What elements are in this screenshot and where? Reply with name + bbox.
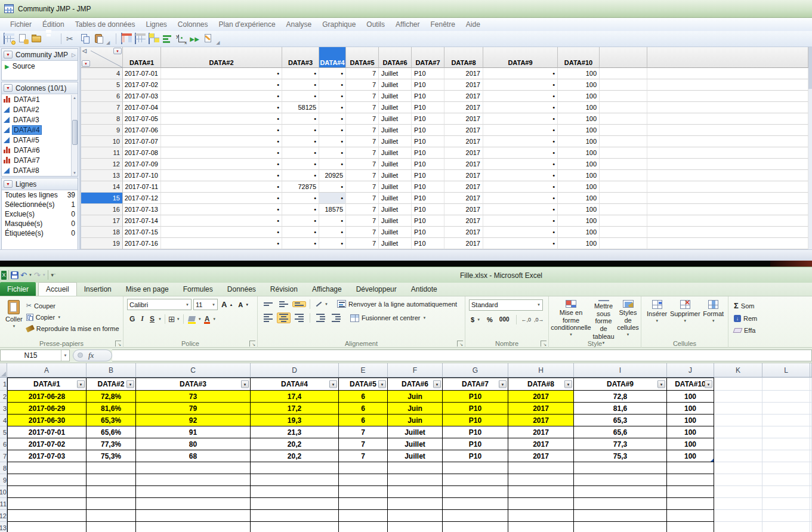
jmp-cell[interactable]: • <box>319 68 346 79</box>
font-size-combo[interactable]: 11▼ <box>193 299 218 310</box>
sheet-cell-empty[interactable] <box>136 498 251 510</box>
jmp-cell[interactable]: P10 <box>412 91 444 102</box>
paste-icon[interactable] <box>94 33 105 44</box>
columns-panel-header[interactable]: ▼ Colonnes (10/1) <box>2 82 78 94</box>
menu-aide[interactable]: Aide <box>461 18 486 30</box>
sheet-cell-empty[interactable] <box>87 474 136 486</box>
sheet-cell[interactable]: 6 <box>339 391 388 403</box>
jmp-cell[interactable]: 2017-07-03 <box>123 91 161 102</box>
sheet-cell-empty[interactable] <box>714 522 762 532</box>
menu-afficher[interactable]: Afficher <box>390 18 425 30</box>
sheet-cell-empty[interactable] <box>87 462 136 474</box>
jmp-titlebar[interactable]: Community JMP - JMP <box>0 0 812 18</box>
jmp-cell[interactable]: • <box>319 147 346 159</box>
sheet-cell-empty[interactable] <box>762 522 810 532</box>
row-number[interactable]: 7 <box>0 450 7 462</box>
align-bottom-button[interactable] <box>292 301 306 307</box>
jmp-row-number[interactable]: 7 <box>81 102 123 113</box>
sheet-cell[interactable]: 100 <box>667 438 714 450</box>
sheet-cell-empty[interactable] <box>574 486 667 498</box>
tab-insertion[interactable]: Insertion <box>77 282 119 296</box>
dialog-launcher-icon[interactable]: ↘ <box>457 341 463 347</box>
join-tables-icon[interactable]: ▶▶ <box>190 33 201 44</box>
jmp-cell[interactable]: • <box>282 113 319 125</box>
sheet-cell-empty[interactable] <box>762 474 810 486</box>
jmp-column-header[interactable]: DATA#6 <box>379 47 412 68</box>
sheet-cell[interactable]: 7 <box>339 426 388 438</box>
jmp-cell[interactable]: • <box>282 147 319 159</box>
sheet-cell-empty[interactable] <box>7 510 87 522</box>
sheet-cell-empty[interactable] <box>574 510 667 522</box>
jmp-cell[interactable]: • <box>161 79 282 91</box>
sheet-cell-empty[interactable] <box>508 462 574 474</box>
jmp-empty-cell[interactable] <box>647 68 808 79</box>
jmp-cell[interactable]: 2017 <box>444 147 483 159</box>
jmp-cell[interactable]: • <box>319 79 346 91</box>
jmp-cell[interactable]: • <box>483 215 558 227</box>
menu-fen-tre[interactable]: Fenêtre <box>425 18 460 30</box>
sheet-cell-empty[interactable] <box>388 510 443 522</box>
sheet-cell[interactable]: 75,3% <box>87 450 136 462</box>
sheet-cell[interactable]: 17,4 <box>251 391 339 403</box>
jmp-cell[interactable]: • <box>161 170 282 181</box>
jmp-cell[interactable]: 7 <box>346 91 379 102</box>
undo-icon[interactable]: ↶ <box>20 271 27 279</box>
jmp-cell[interactable]: Juillet <box>379 68 412 79</box>
jmp-row-number[interactable]: 6 <box>81 91 123 102</box>
sheet-cell[interactable]: 65,3 <box>574 415 667 426</box>
sheet-cell[interactable]: 2017 <box>508 426 574 438</box>
sheet-cell-empty[interactable] <box>87 498 136 510</box>
jmp-cell[interactable]: • <box>161 68 282 79</box>
sheet-cell[interactable]: 2017-07-03 <box>7 450 87 462</box>
red-triangle-menu-icon[interactable]: ▼ <box>4 180 13 188</box>
sheet-cell[interactable]: 80 <box>136 438 251 450</box>
jmp-cell[interactable]: 100 <box>558 136 600 147</box>
sheet-cell-empty[interactable] <box>762 403 810 415</box>
sheet-cell-empty[interactable] <box>7 498 87 510</box>
delete-cells-button[interactable]: ✕ Supprimer▼ <box>669 299 701 338</box>
merge-center-button[interactable]: Fusionner et centrer▼ <box>348 313 428 323</box>
jmp-cell[interactable]: Juillet <box>379 215 412 227</box>
sheet-cell[interactable]: 100 <box>667 391 714 403</box>
cut-icon[interactable]: ✂ <box>66 33 78 44</box>
jmp-cell[interactable]: • <box>282 136 319 147</box>
underline-button[interactable]: S <box>147 314 157 324</box>
sheet-cell[interactable]: 100 <box>667 450 714 462</box>
jmp-column-header[interactable] <box>647 47 808 68</box>
jmp-empty-cell[interactable] <box>647 170 808 181</box>
redo-dropdown-icon[interactable]: ▼ <box>42 273 46 277</box>
sheet-cell[interactable]: 2017-07-01 <box>7 426 87 438</box>
jmp-column-header[interactable]: DATA#2 <box>161 47 282 68</box>
sheet-cell[interactable]: P10 <box>443 391 508 403</box>
jmp-cell[interactable]: • <box>282 238 319 249</box>
autosum-button[interactable]: ΣSom <box>732 300 810 311</box>
sheet-cell-empty[interactable] <box>443 510 508 522</box>
sheet-cell-empty[interactable] <box>762 462 810 474</box>
jmp-cell[interactable]: • <box>319 238 346 249</box>
jmp-empty-cell[interactable] <box>600 170 647 181</box>
jmp-cell[interactable]: 7 <box>346 79 379 91</box>
column-item[interactable]: DATA#4 <box>2 125 78 135</box>
scrollbar-thumb[interactable] <box>808 47 812 89</box>
jmp-empty-cell[interactable] <box>647 79 808 91</box>
shrink-font-button[interactable]: A▼ <box>236 300 251 310</box>
jmp-cell[interactable]: 2017-07-07 <box>123 136 161 147</box>
sheet-cell-empty[interactable] <box>508 510 574 522</box>
jmp-empty-cell[interactable] <box>647 215 808 227</box>
sheet-cell[interactable]: P10 <box>443 450 508 462</box>
orientation-button[interactable]: ▼ <box>314 301 330 307</box>
jmp-cell[interactable]: • <box>161 91 282 102</box>
jmp-cell[interactable]: • <box>282 68 319 79</box>
filter-dropdown-icon[interactable]: ▼ <box>499 381 507 388</box>
column-header-F[interactable]: F <box>388 363 443 378</box>
jmp-cell[interactable]: • <box>319 193 346 204</box>
sheet-cell-empty[interactable] <box>87 486 136 498</box>
jmp-cell[interactable]: • <box>282 91 319 102</box>
jmp-cell[interactable]: 72875 <box>282 181 319 193</box>
sheet-cell-empty[interactable] <box>574 522 667 532</box>
format-painter-button[interactable]: Reproduire la mise en forme <box>24 324 121 333</box>
jmp-cell[interactable]: 2017 <box>444 79 483 91</box>
jmp-cell[interactable]: 7 <box>346 170 379 181</box>
red-triangle-columns-icon[interactable]: ▼ <box>113 48 122 54</box>
tab-affichage[interactable]: Affichage <box>305 282 349 296</box>
